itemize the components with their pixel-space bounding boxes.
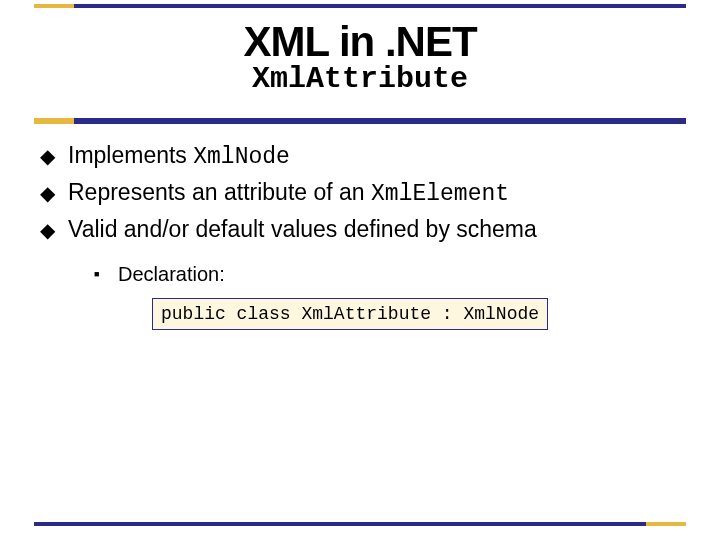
title-block: XML in .NET XmlAttribute	[34, 18, 686, 96]
sub-bullet-text: Declaration:	[118, 261, 225, 288]
bullet-text-plain: Represents an attribute of an	[68, 179, 371, 205]
bullet-item: ◆ Implements XmlNode	[40, 140, 680, 173]
bullet-text: Represents an attribute of an XmlElement	[68, 177, 680, 210]
bullet-square-icon: ■	[94, 261, 118, 280]
top-accent-bar	[34, 4, 686, 8]
bullet-text-plain: Implements	[68, 142, 193, 168]
bullet-text-code: XmlNode	[193, 144, 290, 170]
bullet-item: ◆ Represents an attribute of an XmlEleme…	[40, 177, 680, 210]
title-underline	[34, 118, 686, 124]
slide-subtitle: XmlAttribute	[34, 62, 686, 96]
code-declaration: public class XmlAttribute : XmlNode	[152, 298, 548, 330]
bullet-text-plain: Valid and/or default values defined by s…	[68, 216, 537, 242]
bullet-diamond-icon: ◆	[40, 214, 68, 244]
bullet-text: Valid and/or default values defined by s…	[68, 214, 680, 247]
code-box-wrap: public class XmlAttribute : XmlNode	[152, 296, 680, 330]
bottom-accent-bar	[34, 522, 686, 526]
slide-title: XML in .NET	[34, 18, 686, 66]
bullet-text-code: XmlElement	[371, 181, 509, 207]
bullet-text: Implements XmlNode	[68, 140, 680, 173]
bullet-item: ◆ Valid and/or default values defined by…	[40, 214, 680, 247]
sub-bullet-block: ■ Declaration: public class XmlAttribute…	[94, 261, 680, 330]
sub-bullet-item: ■ Declaration:	[94, 261, 680, 288]
bullet-diamond-icon: ◆	[40, 140, 68, 170]
content-area: ◆ Implements XmlNode ◆ Represents an att…	[40, 140, 680, 330]
slide: XML in .NET XmlAttribute ◆ Implements Xm…	[0, 0, 720, 540]
bullet-diamond-icon: ◆	[40, 177, 68, 207]
